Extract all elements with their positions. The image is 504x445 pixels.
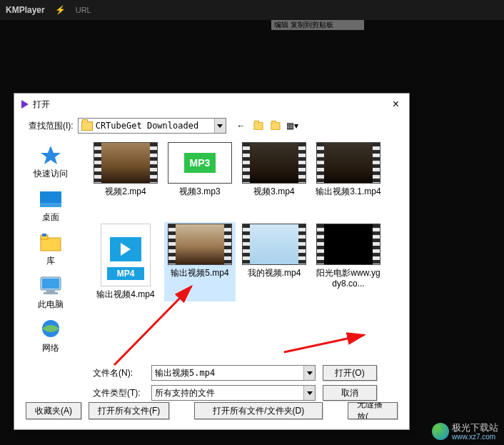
folder-icon: [81, 121, 93, 131]
place-library[interactable]: 库: [38, 231, 64, 267]
file-label: 视频3.mp3: [166, 186, 234, 198]
file-item[interactable]: 输出视频3.1.mp4: [313, 141, 384, 199]
favorites-button[interactable]: 收藏夹(A): [26, 402, 81, 419]
video-thumb: [242, 224, 306, 265]
bottom-button-row: 收藏夹(A) 打开所有文件(F) 打开所有文件/文件夹(D) 无缝播放(: [14, 396, 409, 425]
watermark-name: 极光下载站: [452, 423, 498, 433]
file-listing: 视频2.mp4MP3视频3.mp3视频3.mp4输出视频3.1.mp4MP4输出…: [87, 139, 409, 359]
open-all-files-button[interactable]: 打开所有文件(F): [89, 402, 169, 419]
filename-label: 文件名(N):: [93, 367, 144, 379]
new-folder-icon[interactable]: [269, 119, 282, 132]
app-logo: KMPlayer: [6, 5, 45, 15]
chevron-down-icon[interactable]: [214, 119, 226, 133]
watermark-logo: [432, 423, 449, 440]
file-item[interactable]: 视频2.mp4: [90, 141, 161, 199]
svg-rect-5: [42, 234, 46, 236]
file-label: 输出视频4.mp4: [91, 289, 160, 301]
file-item[interactable]: 输出视频5.mp4: [164, 222, 236, 302]
video-thumb: [242, 142, 306, 184]
file-label: 阳光电影www.ygdy8.co...: [314, 268, 383, 290]
file-item[interactable]: 阳光电影www.ygdy8.co...: [313, 222, 384, 302]
file-label: 输出视频5.mp4: [166, 268, 234, 279]
place-desktop[interactable]: 桌面: [38, 187, 64, 224]
file-item[interactable]: MP4输出视频4.mp4: [90, 222, 161, 302]
file-label: 视频2.mp4: [91, 186, 160, 198]
svg-rect-3: [41, 238, 61, 251]
top-strip: 编辑 复制到剪贴板: [271, 20, 364, 30]
mp3-thumb: MP3: [168, 142, 232, 184]
video-thumb: [316, 224, 380, 265]
video-thumb: [168, 224, 232, 265]
svg-rect-9: [44, 292, 58, 294]
file-label: 视频3.mp4: [240, 186, 308, 198]
open-file-dialog: 打开 × 查找范围(I): CRTubeGet Downloaded ← ▦▾ …: [14, 93, 410, 430]
places-bar: 快速访问 桌面 库 此电脑 网络: [14, 139, 87, 359]
video-thumb: [316, 142, 380, 184]
video-thumb: [94, 142, 158, 184]
lightning-icon[interactable]: ⚡: [55, 5, 66, 15]
close-icon[interactable]: ×: [390, 98, 402, 111]
lookin-combobox[interactable]: CRTubeGet Downloaded: [78, 118, 226, 134]
file-item[interactable]: MP3视频3.mp3: [164, 141, 236, 199]
watermark: 极光下载站 www.xz7.com: [432, 423, 498, 441]
mp4-file-icon: MP4: [101, 224, 151, 286]
lookin-row: 查找范围(I): CRTubeGet Downloaded ← ▦▾: [14, 115, 409, 139]
seamless-play-button[interactable]: 无缝播放(: [348, 402, 398, 419]
filename-input[interactable]: 输出视频5.mp4: [151, 365, 316, 381]
open-button[interactable]: 打开(O): [323, 365, 377, 381]
file-label: 输出视频3.1.mp4: [314, 186, 383, 198]
place-thispc[interactable]: 此电脑: [38, 274, 64, 311]
dialog-titlebar: 打开 ×: [14, 94, 409, 115]
file-label: 我的视频.mp4: [240, 268, 308, 279]
file-item[interactable]: 视频3.mp4: [238, 141, 310, 199]
file-item[interactable]: 我的视频.mp4: [238, 222, 310, 302]
svg-rect-7: [42, 279, 59, 289]
view-menu-icon[interactable]: ▦▾: [286, 119, 299, 132]
place-network[interactable]: 网络: [38, 318, 64, 354]
dialog-title: 打开: [33, 99, 50, 111]
lookin-label: 查找范围(I):: [29, 120, 74, 132]
app-titlebar: KMPlayer ⚡ URL: [0, 0, 504, 20]
url-label[interactable]: URL: [76, 6, 91, 14]
svg-marker-0: [41, 146, 61, 164]
watermark-url: www.xz7.com: [452, 433, 498, 441]
back-icon[interactable]: ←: [235, 119, 248, 132]
up-folder-icon[interactable]: [252, 119, 265, 132]
dialog-icon: [21, 100, 29, 109]
chevron-down-icon[interactable]: [303, 366, 315, 380]
place-quick-access[interactable]: 快速访问: [34, 144, 68, 180]
svg-rect-2: [40, 203, 61, 207]
svg-rect-8: [46, 290, 55, 292]
open-all-folders-button[interactable]: 打开所有文件/文件夹(D): [194, 402, 323, 419]
lookin-value: CRTubeGet Downloaded: [96, 121, 199, 131]
